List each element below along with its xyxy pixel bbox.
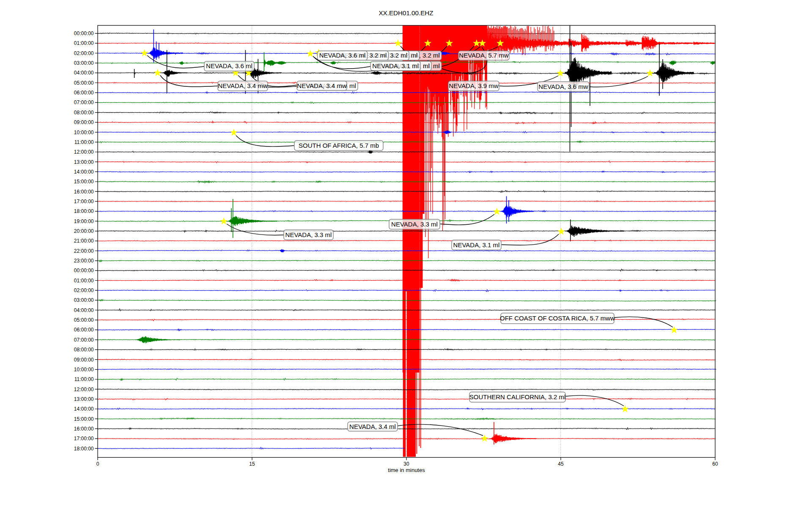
svg-text:NEVADA, 3.6 mw: NEVADA, 3.6 mw (538, 83, 588, 90)
svg-text:15: 15 (249, 461, 255, 467)
svg-text:NEVADA, 3.6 ml: NEVADA, 3.6 ml (319, 52, 366, 59)
svg-text:05:00:00: 05:00:00 (74, 80, 94, 86)
svg-text:NEVADA, 3.6 ml: NEVADA, 3.6 ml (206, 62, 252, 69)
svg-text:60: 60 (712, 461, 718, 467)
svg-text:OFF COAST OF COSTA RICA, 5.7 m: OFF COAST OF COSTA RICA, 5.7 mww (500, 315, 615, 322)
svg-text:time in minutes: time in minutes (388, 467, 425, 473)
svg-text:19:00:00: 19:00:00 (74, 218, 94, 224)
svg-text:04:00:00: 04:00:00 (74, 70, 94, 76)
svg-text:SOUTHERN CALIFORNIA, 3.2 ml: SOUTHERN CALIFORNIA, 3.2 ml (469, 393, 566, 400)
svg-text:NEVADA, 3.4 mw: NEVADA, 3.4 mw (218, 82, 267, 89)
svg-text:20:00:00: 20:00:00 (74, 228, 94, 234)
svg-text:15:00:00: 15:00:00 (74, 416, 94, 422)
svg-text:08:00:00: 08:00:00 (74, 110, 94, 116)
svg-text:XX.EDH01.00.EHZ: XX.EDH01.00.EHZ (379, 9, 433, 17)
svg-text:NEVADA, 3.9 mw: NEVADA, 3.9 mw (449, 82, 498, 89)
svg-text:04:00:00: 04:00:00 (74, 307, 94, 313)
svg-text:11:00:00: 11:00:00 (74, 139, 94, 145)
svg-text:14:00:00: 14:00:00 (74, 169, 94, 175)
svg-text:30: 30 (403, 461, 409, 467)
svg-text:07:00:00: 07:00:00 (74, 337, 94, 343)
svg-text:09:00:00: 09:00:00 (74, 119, 94, 125)
svg-text:SOUTH OF AFRICA, 5.7 mb: SOUTH OF AFRICA, 5.7 mb (299, 142, 379, 149)
svg-text:18:00:00: 18:00:00 (74, 446, 94, 452)
svg-text:0: 0 (96, 461, 99, 467)
svg-text:10:00:00: 10:00:00 (74, 130, 94, 135)
svg-text:22:00:00: 22:00:00 (74, 248, 94, 254)
svg-text:00:00:00: 00:00:00 (74, 268, 94, 273)
svg-text:09:00:00: 09:00:00 (74, 357, 94, 363)
svg-text:07:00:00: 07:00:00 (74, 99, 94, 105)
svg-text:16:00:00: 16:00:00 (74, 189, 94, 195)
svg-text:01:00:00: 01:00:00 (74, 40, 94, 46)
svg-text:23:00:00: 23:00:00 (74, 258, 94, 264)
svg-text:17:00:00: 17:00:00 (74, 199, 94, 204)
svg-text:NEVADA, 3.3 ml: NEVADA, 3.3 ml (285, 231, 332, 238)
svg-text:08:00:00: 08:00:00 (74, 347, 94, 353)
svg-text:16:00:00: 16:00:00 (74, 426, 94, 432)
svg-text:06:00:00: 06:00:00 (74, 90, 94, 96)
svg-text:13:00:00: 13:00:00 (74, 159, 94, 165)
svg-text:06:00:00: 06:00:00 (74, 327, 94, 333)
svg-text:15:00:00: 15:00:00 (74, 179, 94, 185)
svg-text:NEVADA, 3.4 mw: NEVADA, 3.4 mw (297, 82, 346, 89)
svg-text:01:00:00: 01:00:00 (74, 278, 94, 284)
svg-text:12:00:00: 12:00:00 (74, 387, 94, 392)
svg-text:21:00:00: 21:00:00 (74, 238, 94, 244)
svg-text:12:00:00: 12:00:00 (74, 149, 94, 155)
svg-text:02:00:00: 02:00:00 (74, 50, 94, 56)
svg-text:NEVADA, 5.7 mw: NEVADA, 5.7 mw (459, 52, 508, 59)
svg-text:NEVADA, 3.3 ml: NEVADA, 3.3 ml (391, 221, 438, 228)
svg-text:05:00:00: 05:00:00 (74, 317, 94, 323)
svg-text:02:00:00: 02:00:00 (74, 287, 94, 293)
svg-text:03:00:00: 03:00:00 (74, 60, 94, 66)
svg-text:NEVADA, 3.1 ml: NEVADA, 3.1 ml (453, 241, 500, 248)
svg-text:14:00:00: 14:00:00 (74, 406, 94, 412)
svg-text:NEVADA, 3.4 ml: NEVADA, 3.4 ml (349, 423, 396, 430)
svg-text:17:00:00: 17:00:00 (74, 436, 94, 442)
svg-text:13:00:00: 13:00:00 (74, 396, 94, 402)
svg-text:18:00:00: 18:00:00 (74, 208, 94, 214)
svg-text:11:00:00: 11:00:00 (74, 376, 94, 382)
svg-text:NEVADA, 3.1 ml: NEVADA, 3.1 ml (372, 62, 419, 69)
svg-text:10:00:00: 10:00:00 (74, 367, 94, 373)
svg-text:00:00:00: 00:00:00 (74, 30, 94, 36)
svg-text:45: 45 (558, 461, 564, 467)
svg-text:03:00:00: 03:00:00 (74, 297, 94, 303)
